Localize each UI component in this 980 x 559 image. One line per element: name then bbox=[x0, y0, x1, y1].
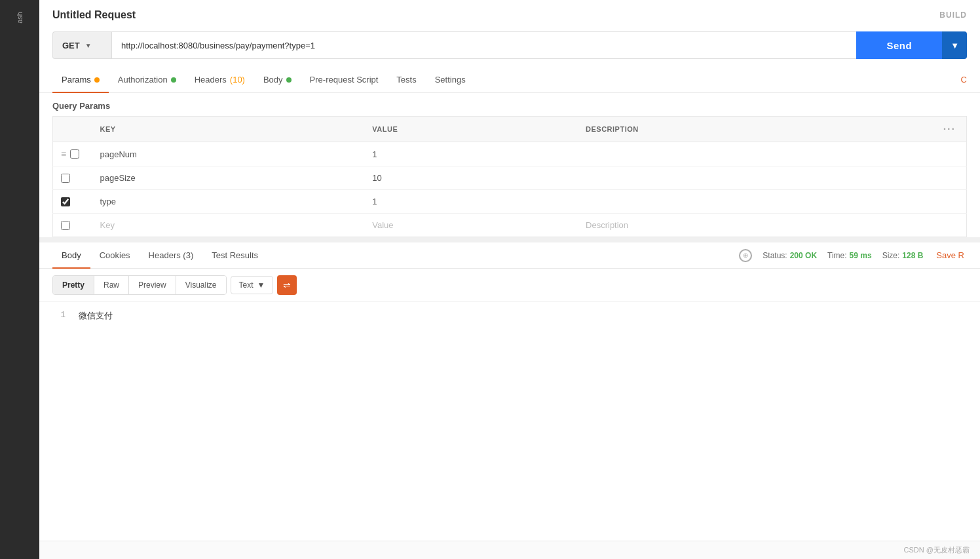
format-type-label: Text bbox=[239, 280, 254, 290]
param-value[interactable]: 1 bbox=[364, 190, 578, 214]
tab-body[interactable]: Body bbox=[254, 67, 301, 92]
wrap-lines-button[interactable]: ⇌ bbox=[277, 275, 297, 295]
url-bar: GET ▼ Send ▼ bbox=[39, 26, 980, 67]
param-key[interactable]: type bbox=[92, 190, 365, 214]
status-value: 200 OK bbox=[790, 251, 817, 260]
build-label: BUILD bbox=[939, 10, 967, 20]
time-value: 59 ms bbox=[850, 251, 872, 260]
param-key-placeholder[interactable]: Key bbox=[92, 214, 365, 237]
tab-settings[interactable]: Settings bbox=[426, 67, 475, 92]
tab-params[interactable]: Params bbox=[52, 67, 109, 92]
url-input[interactable] bbox=[111, 31, 856, 59]
param-description[interactable] bbox=[578, 142, 933, 166]
tab-tests-label: Tests bbox=[396, 75, 416, 85]
chevron-down-icon: ▼ bbox=[951, 41, 959, 50]
table-row: type 1 bbox=[53, 190, 967, 214]
row-checkbox[interactable] bbox=[61, 174, 70, 183]
format-btn-visualize[interactable]: Visualize bbox=[176, 276, 226, 294]
sidebar: ash bbox=[0, 0, 39, 559]
param-value-placeholder[interactable]: Value bbox=[364, 214, 578, 237]
chevron-down-icon: ▼ bbox=[257, 280, 265, 290]
status-label: Status: bbox=[763, 251, 787, 260]
tab-cutoff: C bbox=[961, 75, 967, 85]
size-value: 128 B bbox=[902, 251, 923, 260]
response-section: Body Cookies Headers (3) Test Results ⊕ … bbox=[39, 237, 980, 559]
body-dot bbox=[286, 77, 292, 83]
th-check bbox=[53, 117, 92, 142]
tab-tests[interactable]: Tests bbox=[387, 67, 425, 92]
tab-settings-label: Settings bbox=[435, 75, 466, 85]
row-actions-cell bbox=[53, 166, 92, 190]
response-tabs-bar: Body Cookies Headers (3) Test Results ⊕ … bbox=[39, 242, 980, 269]
method-selector[interactable]: GET ▼ bbox=[52, 31, 111, 59]
row-extra bbox=[933, 190, 967, 214]
row-checkbox-placeholder[interactable] bbox=[61, 221, 70, 230]
drag-handle-icon[interactable]: ≡ bbox=[61, 149, 66, 159]
tab-headers[interactable]: Headers (10) bbox=[185, 67, 254, 92]
response-status-bar: ⊕ Status: 200 OK Time: 59 ms Size: 128 B… bbox=[739, 249, 967, 262]
param-value[interactable]: 1 bbox=[364, 142, 578, 166]
table-row: ≡ pageNum 1 bbox=[53, 142, 967, 166]
response-tab-headers[interactable]: Headers (3) bbox=[140, 242, 203, 268]
params-dot bbox=[94, 77, 100, 83]
tab-authorization[interactable]: Authorization bbox=[109, 67, 185, 92]
wrap-lines-icon: ⇌ bbox=[283, 280, 291, 290]
globe-icon[interactable]: ⊕ bbox=[739, 249, 752, 262]
response-tab-body-label: Body bbox=[62, 250, 81, 260]
format-btn-raw[interactable]: Raw bbox=[94, 276, 129, 294]
send-button-label: Send bbox=[872, 40, 926, 51]
param-key[interactable]: pageSize bbox=[92, 166, 365, 190]
authorization-dot bbox=[171, 77, 176, 83]
send-dropdown[interactable]: ▼ bbox=[942, 31, 967, 59]
response-line: 1 微信支付 bbox=[52, 309, 967, 323]
send-button[interactable]: Send bbox=[856, 31, 942, 59]
tab-pre-request-script[interactable]: Pre-request Script bbox=[301, 67, 388, 92]
headers-count: (10) bbox=[230, 75, 245, 85]
line-content: 微信支付 bbox=[79, 310, 113, 322]
format-btn-pretty[interactable]: Pretty bbox=[53, 276, 94, 294]
size-item: Size: 128 B bbox=[882, 251, 924, 260]
row-actions-cell bbox=[53, 190, 92, 214]
status-item: Status: 200 OK bbox=[763, 251, 817, 260]
query-params-title: Query Params bbox=[52, 101, 967, 111]
tab-body-label: Body bbox=[263, 75, 283, 85]
response-tab-test-results[interactable]: Test Results bbox=[202, 242, 267, 268]
row-checkbox[interactable] bbox=[70, 149, 79, 159]
save-response-button[interactable]: Save R bbox=[933, 250, 967, 260]
tab-pre-request-script-label: Pre-request Script bbox=[310, 75, 379, 85]
response-tab-cookies[interactable]: Cookies bbox=[90, 242, 140, 268]
param-value[interactable]: 10 bbox=[364, 166, 578, 190]
format-bar: Pretty Raw Preview Visualize Text ▼ ⇌ bbox=[39, 269, 980, 302]
line-number: 1 bbox=[52, 310, 66, 322]
th-description: DESCRIPTION bbox=[578, 117, 933, 142]
format-btn-preview[interactable]: Preview bbox=[129, 276, 176, 294]
more-options-icon[interactable]: ··· bbox=[941, 123, 958, 134]
th-value: VALUE bbox=[364, 117, 578, 142]
row-actions-cell: ≡ bbox=[53, 142, 92, 166]
query-params-section: Query Params KEY VALUE DESCRIPTION ··· bbox=[39, 93, 980, 237]
param-description[interactable] bbox=[578, 166, 933, 190]
param-key[interactable]: pageNum bbox=[92, 142, 365, 166]
table-row: pageSize 10 bbox=[53, 166, 967, 190]
tab-headers-label: Headers bbox=[195, 75, 227, 85]
row-actions-cell-placeholder bbox=[53, 214, 92, 237]
table-row-placeholder: Key Value Description bbox=[53, 214, 967, 237]
main-content: Untitled Request BUILD GET ▼ Send ▼ Para… bbox=[39, 0, 980, 559]
chevron-down-icon: ▼ bbox=[85, 42, 92, 49]
tab-params-label: Params bbox=[62, 75, 91, 85]
th-key: KEY bbox=[92, 117, 365, 142]
param-description[interactable] bbox=[578, 190, 933, 214]
time-label: Time: bbox=[827, 251, 847, 260]
row-extra bbox=[933, 142, 967, 166]
response-tab-body[interactable]: Body bbox=[52, 242, 90, 268]
params-table-wrapper: KEY VALUE DESCRIPTION ··· bbox=[52, 116, 967, 237]
param-description-placeholder[interactable]: Description bbox=[578, 214, 933, 237]
response-tab-test-results-label: Test Results bbox=[212, 250, 258, 260]
request-header: Untitled Request BUILD bbox=[39, 0, 980, 26]
format-type-select[interactable]: Text ▼ bbox=[231, 276, 274, 294]
params-table: KEY VALUE DESCRIPTION ··· bbox=[52, 116, 967, 237]
time-item: Time: 59 ms bbox=[827, 251, 872, 260]
response-tab-cookies-label: Cookies bbox=[100, 250, 130, 260]
row-checkbox[interactable] bbox=[61, 197, 70, 206]
footer-text: CSDN @无皮村恶霸 bbox=[904, 545, 970, 555]
